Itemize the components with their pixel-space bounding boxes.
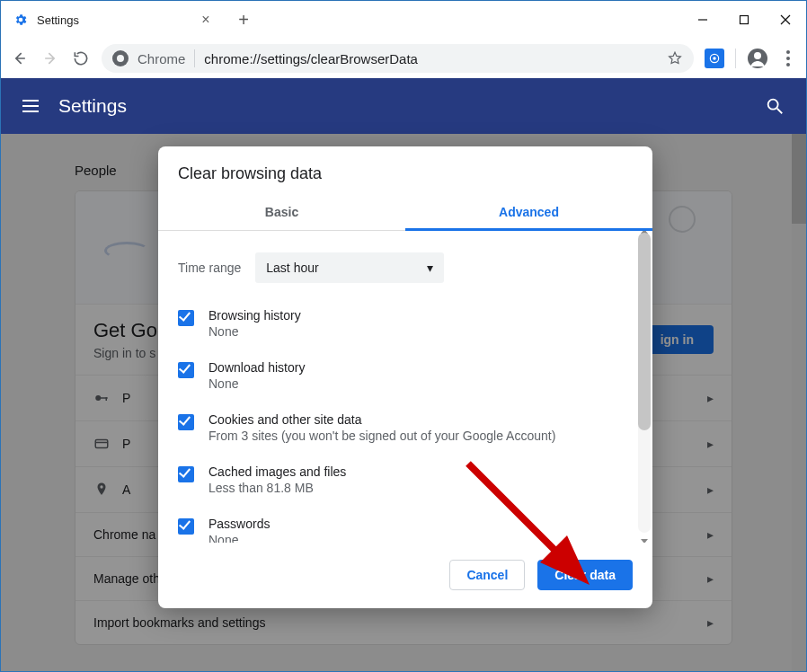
dialog-title: Clear browsing data: [158, 146, 652, 196]
site-info-icon[interactable]: [112, 50, 129, 66]
clear-browsing-data-dialog: Clear browsing data Basic Advanced Time …: [158, 146, 652, 608]
item-sub: From 3 sites (you won't be signed out of…: [208, 429, 555, 443]
clear-item: Cached images and files Less than 81.8 M…: [178, 455, 645, 508]
window-controls: [682, 1, 806, 39]
checkbox-browsing-history[interactable]: [178, 310, 194, 326]
bookmark-star-icon[interactable]: [667, 50, 683, 66]
item-label: Browsing history: [208, 308, 301, 323]
browser-tab[interactable]: Settings ×: [1, 1, 226, 39]
checkbox-cache[interactable]: [178, 466, 194, 482]
chevron-down-icon: ▾: [427, 261, 433, 275]
reload-button[interactable]: [71, 49, 91, 68]
dialog-tabs: Basic Advanced: [158, 196, 652, 231]
item-label: Cached images and files: [208, 464, 346, 479]
clear-item: Download history None: [178, 351, 645, 403]
item-sub: Less than 81.8 MB: [208, 481, 346, 495]
svg-line-9: [777, 109, 783, 114]
item-label: Passwords: [208, 517, 270, 531]
chrome-menu-button[interactable]: [779, 50, 797, 66]
close-window-button[interactable]: [765, 1, 806, 39]
cancel-button[interactable]: Cancel: [449, 560, 525, 590]
close-tab-icon[interactable]: ×: [199, 13, 213, 27]
time-range-label: Time range: [178, 261, 241, 275]
clear-item: Browsing history None: [178, 299, 645, 351]
dialog-scrollbar[interactable]: [638, 233, 651, 533]
tab-advanced[interactable]: Advanced: [405, 196, 652, 231]
checkbox-download-history[interactable]: [178, 362, 194, 378]
search-icon[interactable]: [765, 96, 785, 116]
clear-data-button[interactable]: Clear data: [537, 560, 633, 590]
checkbox-cookies[interactable]: [178, 414, 194, 430]
url-scheme: Chrome: [137, 51, 185, 66]
item-label: Download history: [208, 360, 305, 375]
forward-button[interactable]: [40, 49, 60, 68]
tab-basic[interactable]: Basic: [158, 196, 405, 231]
scroll-down-icon[interactable]: [641, 539, 648, 543]
gear-icon: [13, 13, 28, 27]
item-sub: None: [208, 533, 270, 543]
svg-point-8: [768, 100, 778, 110]
window-titlebar: Settings × +: [1, 1, 806, 39]
time-range-select[interactable]: Last hour ▾: [255, 252, 444, 283]
page-title: Settings: [58, 95, 127, 117]
separator: [194, 49, 195, 67]
url-text: chrome://settings/clearBrowserData: [204, 51, 658, 66]
extension-icon[interactable]: [705, 49, 724, 68]
toolbar: Chrome chrome://settings/clearBrowserDat…: [1, 39, 806, 78]
clear-item: Passwords None: [178, 508, 645, 543]
item-sub: None: [208, 376, 305, 391]
time-range-value: Last hour: [266, 261, 318, 275]
item-label: Cookies and other site data: [208, 412, 555, 427]
separator: [735, 49, 736, 68]
svg-point-5: [713, 57, 716, 60]
address-bar[interactable]: Chrome chrome://settings/clearBrowserDat…: [102, 44, 694, 73]
back-button[interactable]: [10, 49, 30, 68]
profile-avatar-icon[interactable]: [747, 48, 768, 69]
new-tab-button[interactable]: +: [226, 1, 262, 39]
maximize-button[interactable]: [723, 1, 765, 39]
tab-title: Settings: [37, 13, 79, 27]
clear-item: Cookies and other site data From 3 sites…: [178, 403, 645, 455]
minimize-button[interactable]: [682, 1, 723, 39]
svg-rect-1: [740, 16, 749, 24]
menu-icon[interactable]: [22, 100, 39, 112]
svg-point-7: [754, 52, 761, 59]
scrollbar-thumb[interactable]: [638, 233, 651, 430]
checkbox-passwords[interactable]: [178, 518, 194, 535]
item-sub: None: [208, 324, 301, 339]
settings-header: Settings: [1, 78, 806, 134]
